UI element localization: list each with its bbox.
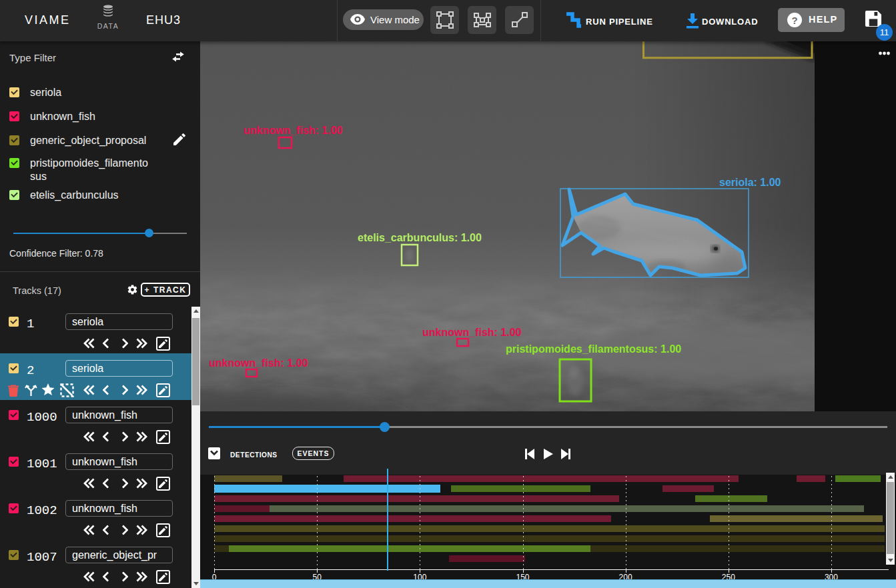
svg-text:?: ? bbox=[791, 15, 797, 26]
